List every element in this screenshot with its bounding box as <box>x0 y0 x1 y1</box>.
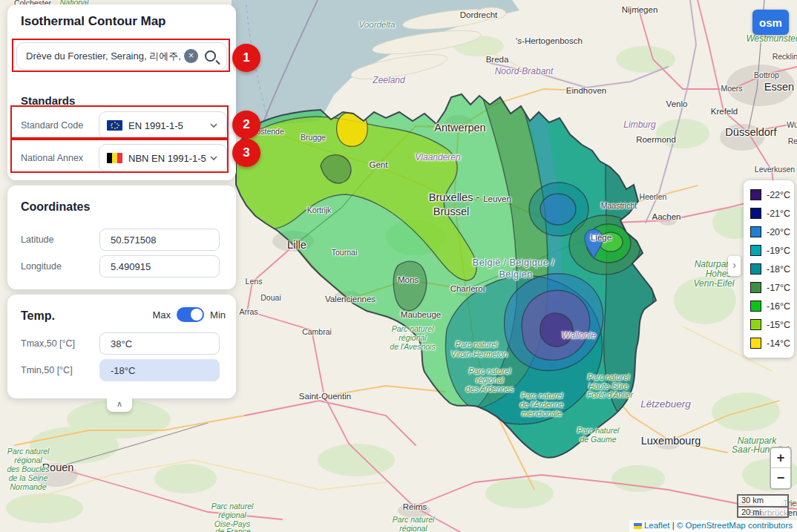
search-icon[interactable] <box>205 50 216 62</box>
legend-row: -20°C <box>750 223 794 241</box>
legend-temp-label: -17°C <box>767 283 790 293</box>
legend-temp-label: -14°C <box>767 338 790 349</box>
legend-temp-label: -20°C <box>767 227 790 237</box>
max-min-toggle[interactable] <box>177 307 204 322</box>
legend-color-swatch <box>750 189 761 200</box>
panel-coordinates-card: Coordinates Latitude 50.571508 Longitude… <box>7 185 236 289</box>
scale-mi: 20 mi <box>737 506 789 518</box>
zoom-out-button[interactable]: − <box>771 468 790 488</box>
tmax-field[interactable]: 38°C <box>99 332 220 355</box>
zoom-control: + − <box>770 447 792 490</box>
ukraine-flag-icon <box>634 523 642 529</box>
osm-layer-button[interactable]: osm <box>752 10 789 35</box>
standard-code-select[interactable]: EN 1991-1-5 <box>99 111 227 139</box>
coordinates-heading: Coordinates <box>21 200 90 214</box>
toggle-min-label: Min <box>210 309 226 321</box>
page-title: Isothermal Contour Map <box>21 14 166 29</box>
legend-temp-label: -15°C <box>767 320 790 330</box>
legend-row: -22°C <box>750 185 794 204</box>
legend-row: -21°C <box>750 204 794 223</box>
legend-row: -19°C <box>750 241 794 260</box>
legend-row: -17°C <box>750 278 794 297</box>
legend-color-swatch <box>750 208 761 219</box>
zoom-in-button[interactable]: + <box>771 448 790 468</box>
legend-color-swatch <box>750 301 761 312</box>
standard-code-label: Standard Code <box>21 120 83 131</box>
legend-row: -18°C <box>750 260 794 278</box>
toggle-max-label: Max <box>152 309 171 321</box>
osm-credit-link[interactable]: © OpenStreetMap contributors <box>677 521 793 530</box>
legend-temp-label: -16°C <box>767 301 790 312</box>
national-annex-select[interactable]: NBN EN 1991-1-5 <box>99 144 227 172</box>
chevron-down-icon <box>210 122 217 129</box>
chevron-down-icon <box>210 154 217 162</box>
legend-temp-label: -22°C <box>767 190 790 200</box>
legend-color-swatch <box>750 319 761 330</box>
toggle-knob <box>191 309 203 321</box>
map-app: ColchesterNationalVoordeltaZeelandDordre… <box>0 0 797 532</box>
legend-color-swatch <box>750 226 761 237</box>
annotation-badge-1: 1 <box>232 44 260 72</box>
legend-temp-label: -19°C <box>767 246 790 256</box>
legend-row: -14°C <box>750 334 794 352</box>
legend-expander-button[interactable]: › <box>728 256 741 276</box>
annotation-badge-2: 2 <box>232 111 260 139</box>
map-attribution: Leaflet | © OpenStreetMap contributors <box>629 520 797 532</box>
panel-standards-card: Isothermal Contour Map × Standards Stand… <box>7 4 236 180</box>
search-input[interactable] <box>17 50 184 62</box>
standard-code-value: EN 1991-1-5 <box>128 120 183 131</box>
national-annex-value: NBN EN 1991-1-5 <box>128 153 206 164</box>
legend-row: -16°C <box>750 297 794 315</box>
temp-heading: Temp. <box>21 309 55 323</box>
belgium-flag-icon <box>107 153 122 163</box>
national-annex-label: National Annex <box>21 153 83 163</box>
legend-row: -15°C <box>750 315 794 334</box>
leaflet-link[interactable]: Leaflet <box>644 521 670 530</box>
clear-search-icon[interactable]: × <box>184 49 198 63</box>
temperature-legend: -22°C -21°C -20°C -19°C -18°C -17°C -16°… <box>744 180 794 358</box>
annotation-badge-3: 3 <box>232 139 260 167</box>
legend-color-swatch <box>750 282 761 293</box>
tmin-label: Tmin,50 [°C] <box>21 365 73 375</box>
legend-color-swatch <box>750 338 761 349</box>
panel-temp-card: Temp. Max Min Tmax,50 [°C] 38°C Tmin,50 … <box>7 295 236 398</box>
longitude-field[interactable]: 5.490915 <box>99 255 220 278</box>
longitude-label: Longitude <box>21 261 62 272</box>
standards-heading: Standards <box>21 94 75 107</box>
legend-temp-label: -21°C <box>767 208 790 219</box>
search-box: × <box>16 42 227 70</box>
latitude-field[interactable]: 50.571508 <box>99 229 220 251</box>
scale-control: 30 km 20 mi <box>737 494 789 518</box>
legend-color-swatch <box>750 245 761 256</box>
panel-collapse-button[interactable]: ∧ <box>107 397 132 412</box>
legend-color-swatch <box>750 263 761 275</box>
legend-temp-label: -18°C <box>767 264 790 275</box>
attribution-separator: | <box>672 521 675 530</box>
scale-km: 30 km <box>737 494 789 506</box>
tmax-label: Tmax,50 [°C] <box>21 338 75 349</box>
temp-toggle-row: Max Min <box>152 307 226 322</box>
tmin-field[interactable]: -18°C <box>99 359 220 381</box>
latitude-label: Latitude <box>21 234 53 245</box>
eu-flag-icon <box>107 120 122 131</box>
